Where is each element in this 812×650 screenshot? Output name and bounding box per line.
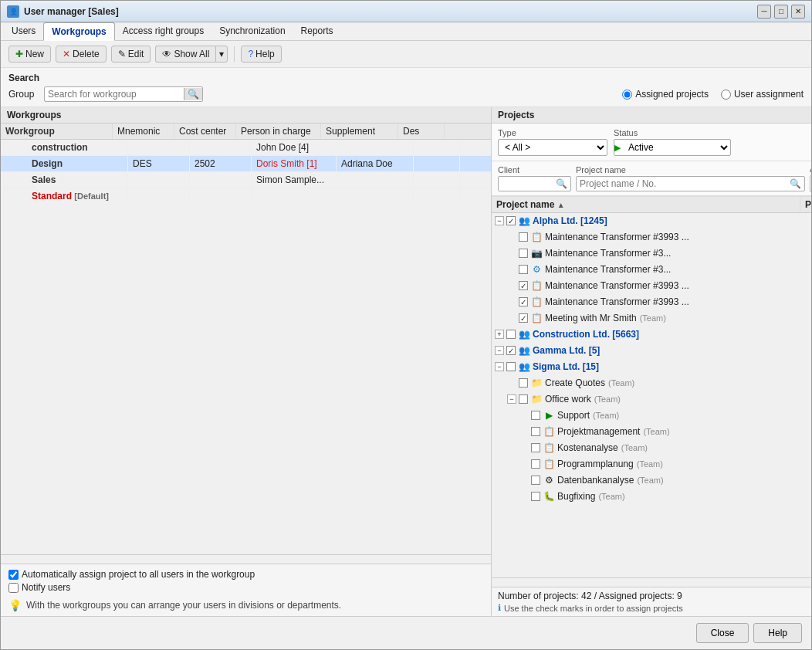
list-item[interactable]: + 👥 Construction Ltd. [5663] A — [492, 327, 811, 343]
menu-synchronization[interactable]: Synchronization — [211, 22, 293, 40]
project-no — [800, 219, 811, 222]
tree-toggle[interactable]: − — [507, 394, 516, 404]
info-icon: 💡 — [8, 599, 22, 611]
list-item[interactable]: + 🐛 Bugfixing (Team) A▾ — [492, 489, 811, 505]
project-tree: Project name ▲ Project no. Statu − 👥 Alp… — [492, 196, 811, 577]
proj-name-input[interactable] — [577, 177, 787, 191]
list-item[interactable]: + 📋 Maintenance Transformer #3993 ... A — [492, 278, 811, 294]
project-checkbox[interactable] — [506, 330, 516, 339]
tree-toggle[interactable]: − — [495, 362, 504, 371]
auto-assign-checkbox[interactable]: Automatically assign project to all user… — [8, 569, 483, 580]
project-tree-header: Project name ▲ Project no. Statu — [492, 197, 811, 213]
new-button[interactable]: ✚ New — [8, 46, 51, 63]
list-item[interactable]: + ⚙ Maintenance Transformer #3... A — [492, 262, 811, 278]
info-icon: ℹ — [498, 603, 501, 613]
project-checkbox[interactable] — [531, 411, 540, 420]
project-checkbox[interactable] — [506, 216, 516, 225]
project-label: Create Quotes — [545, 377, 605, 388]
type-select[interactable]: < All > — [499, 140, 607, 155]
project-checkbox[interactable] — [531, 459, 540, 469]
tree-toggle[interactable]: − — [495, 346, 504, 355]
list-item[interactable]: + 📋 Meeting with Mr Smith (Team) A — [492, 310, 811, 327]
project-tree-hscroll[interactable] — [492, 577, 811, 587]
project-icon: 📋 — [530, 231, 543, 243]
delete-button[interactable]: ✕ Delete — [56, 46, 107, 63]
project-checkbox[interactable] — [531, 427, 540, 436]
help-button[interactable]: Help — [753, 623, 802, 643]
table-row[interactable]: Sales Simon Sample... — [1, 172, 491, 188]
table-row[interactable]: Standard [Default] — [1, 188, 491, 205]
list-item[interactable]: + ⚙ Datenbankanalyse (Team) A — [492, 472, 811, 489]
project-checkbox[interactable] — [531, 476, 540, 485]
list-item[interactable]: + 📋 Projektmanagement (Team) A — [492, 424, 811, 440]
list-item[interactable]: − 👥 Alpha Ltd. [1245] A — [492, 213, 811, 229]
list-item[interactable]: + 📋 Maintenance Transformer #3993 ... A — [492, 294, 811, 310]
row-person — [252, 188, 337, 204]
tree-toggle[interactable]: − — [495, 216, 504, 225]
list-item[interactable]: − 👥 Sigma Ltd. [15] A — [492, 359, 811, 375]
list-item[interactable]: + ▶ Support (Team) A — [492, 408, 811, 424]
row-desc — [414, 188, 460, 204]
tree-node-name: + 📋 Maintenance Transformer #3993 ... — [492, 294, 800, 310]
list-item[interactable]: + 📷 Maintenance Transformer #3... A — [492, 245, 811, 262]
project-label: Kostenanalyse — [557, 442, 618, 453]
col-project-name[interactable]: Project name ▲ — [492, 197, 800, 212]
menu-users[interactable]: Users — [4, 22, 43, 40]
edit-button[interactable]: ✎ Edit — [111, 46, 151, 63]
list-item[interactable]: + 📁 Create Quotes (Team) A — [492, 375, 811, 391]
team-badge: (Team) — [643, 427, 669, 436]
help-icon: ? — [248, 49, 253, 59]
list-item[interactable]: + 📋 Maintenance Transformer #3993 ... A — [492, 229, 811, 245]
project-checkbox[interactable] — [531, 492, 540, 501]
project-checkbox[interactable] — [519, 249, 528, 258]
minimize-button[interactable]: ─ — [757, 5, 771, 19]
project-checkbox[interactable] — [519, 281, 528, 290]
assigned-projects-radio[interactable]: Assigned projects — [622, 89, 709, 100]
row-workgroup-name: Standard [Default] — [16, 188, 128, 204]
project-no — [800, 284, 811, 287]
table-row[interactable]: construction John Doe [4] — [1, 140, 491, 156]
menu-access-right-groups[interactable]: Access right groups — [115, 22, 211, 40]
project-checkbox[interactable] — [531, 443, 540, 452]
tree-node-name: + 📁 Create Quotes (Team) — [492, 375, 800, 391]
list-item[interactable]: + 📋 Programmplanung (Team) A — [492, 456, 811, 472]
menu-workgroups[interactable]: Workgroups — [43, 22, 114, 41]
row-costcenter — [190, 140, 252, 155]
maximize-button[interactable]: □ — [774, 5, 788, 19]
project-checkbox[interactable] — [506, 362, 516, 371]
search-input[interactable] — [45, 87, 184, 101]
status-select[interactable]: Active Inactive All — [622, 140, 730, 155]
assignment-select[interactable]: < All > — [810, 175, 811, 192]
close-button[interactable]: ✕ — [791, 5, 805, 19]
client-search-icon[interactable]: 🔍 — [553, 177, 570, 191]
help-button[interactable]: ? Help — [241, 46, 281, 63]
table-row[interactable]: Design DES 2502 Doris Smith [1] Adriana … — [1, 156, 491, 172]
project-checkbox[interactable] — [519, 232, 528, 242]
project-checkbox[interactable] — [519, 394, 528, 404]
show-all-arrow[interactable]: ▾ — [215, 46, 228, 63]
project-checkbox[interactable] — [519, 265, 528, 274]
notify-users-checkbox[interactable]: Notify users — [8, 582, 483, 593]
menu-reports[interactable]: Reports — [293, 22, 341, 40]
info-row: 💡 With the workgroups you can arrange yo… — [8, 599, 483, 611]
show-all-dropdown: 👁 Show All ▾ — [155, 46, 228, 63]
project-checkbox[interactable] — [519, 297, 528, 306]
type-filter-group: Type < All > — [498, 128, 607, 156]
list-item[interactable]: − 👥 Gamma Ltd. [5] A — [492, 343, 811, 359]
project-checkbox[interactable] — [519, 378, 528, 388]
close-button[interactable]: Close — [696, 623, 749, 643]
show-all-button[interactable]: 👁 Show All — [155, 46, 215, 63]
project-checkbox[interactable] — [519, 313, 528, 323]
list-item[interactable]: − 📁 Office work (Team) A — [492, 391, 811, 408]
list-item[interactable]: + 📋 Kostenanalyse (Team) A — [492, 440, 811, 456]
client-search-input[interactable] — [499, 177, 553, 191]
project-label: Maintenance Transformer #3... — [545, 248, 671, 259]
search-icon-button[interactable]: 🔍 — [184, 88, 202, 100]
tree-toggle[interactable]: + — [495, 330, 504, 339]
project-checkbox[interactable] — [506, 346, 516, 355]
project-no — [800, 365, 811, 368]
user-assignment-radio[interactable]: User assignment — [721, 89, 804, 100]
search-label: Search — [8, 73, 804, 83]
proj-name-search-icon[interactable]: 🔍 — [787, 177, 804, 191]
workgroup-scrollbar[interactable] — [1, 554, 491, 564]
